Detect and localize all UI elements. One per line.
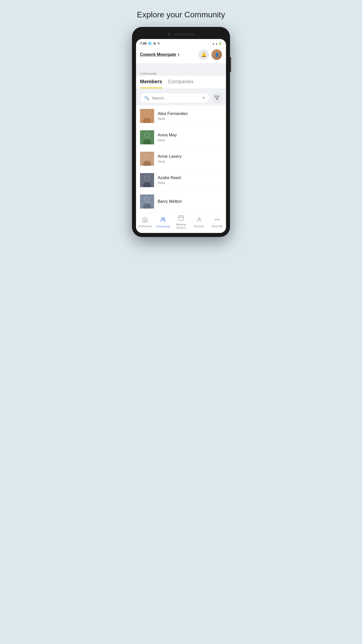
battery-icon: 🔋 — [218, 42, 222, 45]
wifi-icon: ▲ — [212, 42, 215, 45]
tabs-container: Members Companies — [136, 76, 226, 88]
nav-label-community: Community — [156, 225, 170, 228]
svg-marker-0 — [215, 96, 219, 100]
svg-point-4 — [145, 112, 149, 116]
member-avatar — [140, 109, 154, 123]
search-row: 🔍 ✕ — [136, 88, 226, 105]
svg-point-29 — [217, 219, 217, 220]
nav-label-meeting-rooms: MeetingRooms — [176, 223, 186, 229]
home-icon — [142, 217, 148, 224]
member-avatar — [140, 194, 154, 209]
svg-point-28 — [215, 219, 216, 220]
search-input[interactable] — [152, 96, 200, 100]
svg-point-30 — [218, 219, 219, 220]
member-name: Anna May — [158, 133, 177, 138]
member-info: Barry Melton — [158, 199, 182, 204]
list-item[interactable]: Azalia Reed Xera — [136, 170, 226, 191]
svg-point-8 — [145, 133, 149, 138]
member-avatar — [140, 173, 154, 187]
member-name: Barry Melton — [158, 199, 182, 204]
speaker — [174, 33, 195, 35]
list-item[interactable]: Anna May Xera — [136, 127, 226, 148]
svg-point-21 — [161, 218, 163, 219]
nav-item-meeting-rooms[interactable]: MeetingRooms — [173, 215, 189, 229]
page-wrapper: Explore your Community 7:26 🌐 🖫 ⊘ ▲ ▲ 🔋 — [128, 5, 234, 237]
status-right-icons: ▲ ▲ 🔋 — [212, 42, 222, 45]
nav-item-dashboard[interactable]: Dashboard — [138, 217, 153, 228]
svg-point-16 — [145, 176, 149, 180]
status-sim-icon: 🖫 — [153, 42, 156, 45]
nav-label-show-all: Show All — [212, 225, 222, 228]
camera — [167, 33, 170, 36]
tab-companies[interactable]: Companies — [168, 76, 194, 88]
status-time: 7:26 — [140, 42, 147, 45]
workspace-selector[interactable]: Cowork Moorgate ▾ — [140, 52, 179, 57]
section-label: Community — [140, 72, 157, 75]
workspace-label: Cowork Moorgate — [140, 52, 176, 57]
svg-rect-23 — [179, 216, 183, 220]
status-left: 7:26 🌐 🖫 ⊘ — [140, 42, 160, 45]
header-actions: 🔔 👤 — [198, 49, 222, 60]
member-avatar — [140, 152, 154, 166]
members-list: Alea Fernandez Xera Anna Ma — [136, 105, 226, 212]
clear-search-icon[interactable]: ✕ — [202, 96, 205, 100]
person-icon — [196, 217, 202, 224]
member-company: Xera — [158, 117, 188, 121]
phone-top-bar — [136, 31, 226, 39]
tab-members[interactable]: Members — [140, 76, 162, 88]
member-info: Azalia Reed Xera — [158, 175, 181, 185]
status-do-not-disturb-icon: ⊘ — [157, 42, 160, 45]
member-company: Xera — [158, 159, 182, 164]
member-name: Azalia Reed — [158, 175, 181, 180]
phone-device: 7:26 🌐 🖫 ⊘ ▲ ▲ 🔋 Cowork Moorgate ▾ — [132, 27, 230, 237]
nav-item-community[interactable]: Community — [155, 216, 170, 228]
list-item[interactable]: Anne Lavery Xera — [136, 148, 226, 170]
content-area: Community Members Companies — [136, 64, 226, 88]
nav-item-account[interactable]: Account — [192, 217, 207, 228]
signal-icon: ▲ — [215, 42, 218, 45]
section-header: Community — [140, 68, 222, 76]
member-avatar — [140, 130, 154, 144]
list-item[interactable]: Alea Fernandez Xera — [136, 105, 226, 127]
search-icon: 🔍 — [144, 96, 149, 100]
member-company: Xera — [158, 138, 177, 142]
notifications-button[interactable]: 🔔 — [198, 49, 209, 60]
nav-label-account: Account — [194, 225, 204, 228]
svg-point-12 — [145, 154, 149, 159]
nav-label-dashboard: Dashboard — [138, 225, 152, 228]
filter-button[interactable] — [212, 92, 222, 103]
phone-screen: 7:26 🌐 🖫 ⊘ ▲ ▲ 🔋 Cowork Moorgate ▾ — [136, 39, 226, 233]
user-avatar[interactable]: 👤 — [211, 49, 222, 60]
chevron-down-icon: ▾ — [178, 53, 179, 56]
svg-point-20 — [145, 197, 149, 202]
status-globe-icon: 🌐 — [148, 42, 152, 45]
list-item[interactable]: Barry Melton — [136, 191, 226, 212]
nav-item-show-all[interactable]: Show All — [209, 217, 224, 228]
member-info: Anne Lavery Xera — [158, 154, 182, 164]
status-bar: 7:26 🌐 🖫 ⊘ ▲ ▲ 🔋 — [136, 39, 226, 47]
search-box: 🔍 ✕ — [140, 93, 209, 103]
svg-point-22 — [163, 218, 165, 219]
svg-point-27 — [198, 218, 200, 220]
member-name: Anne Lavery — [158, 154, 182, 159]
page-title: Explore your Community — [137, 10, 225, 19]
app-header: Cowork Moorgate ▾ 🔔 👤 — [136, 47, 226, 64]
dots-icon — [214, 217, 220, 224]
member-info: Anna May Xera — [158, 133, 177, 142]
member-company: Xera — [158, 181, 181, 185]
member-name: Alea Fernandez — [158, 111, 188, 116]
member-info: Alea Fernandez Xera — [158, 111, 188, 121]
community-icon — [160, 216, 166, 224]
bottom-navigation: Dashboard Community — [136, 212, 226, 233]
calendar-icon — [178, 215, 184, 222]
